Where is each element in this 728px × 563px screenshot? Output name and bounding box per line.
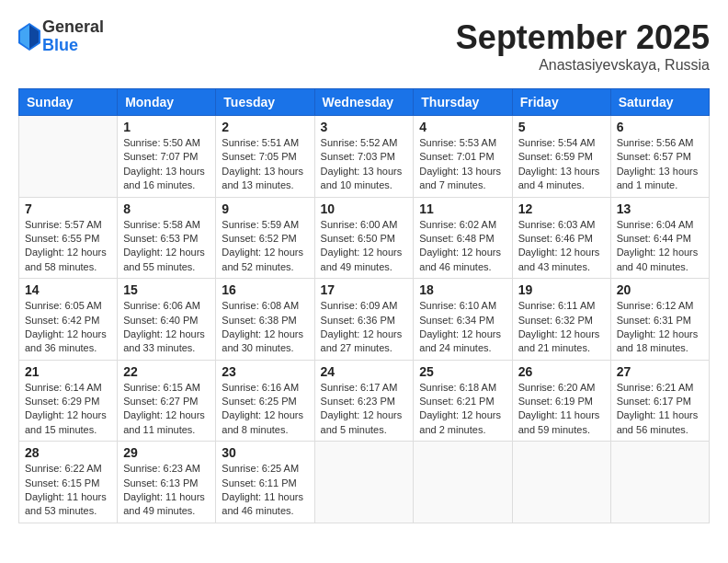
day-number: 3 — [321, 120, 408, 134]
day-number: 15 — [123, 282, 210, 297]
day-number: 20 — [617, 282, 703, 297]
title-section: September 2025 Anastasiyevskaya, Russia — [456, 18, 710, 74]
day-number: 5 — [518, 120, 605, 134]
page-header: General Blue September 2025 Anastasiyevs… — [18, 18, 710, 74]
day-info: Sunrise: 6:14 AMSunset: 6:29 PMDaylight:… — [25, 381, 111, 438]
calendar-cell: 2Sunrise: 5:51 AMSunset: 7:05 PMDaylight… — [216, 116, 314, 198]
day-number: 26 — [518, 364, 605, 379]
calendar-cell: 24Sunrise: 6:17 AMSunset: 6:23 PMDayligh… — [314, 360, 414, 442]
day-number: 28 — [25, 445, 111, 460]
day-info: Sunrise: 6:20 AMSunset: 6:19 PMDaylight:… — [518, 381, 605, 438]
calendar-week-3: 14Sunrise: 6:05 AMSunset: 6:42 PMDayligh… — [19, 279, 710, 361]
day-number: 10 — [321, 201, 408, 216]
calendar-cell — [414, 442, 512, 523]
calendar-cell: 1Sunrise: 5:50 AMSunset: 7:07 PMDaylight… — [118, 116, 216, 198]
calendar-cell: 4Sunrise: 5:53 AMSunset: 7:01 PMDaylight… — [414, 116, 512, 198]
day-number: 19 — [518, 282, 605, 297]
day-number: 21 — [25, 364, 111, 379]
calendar-cell: 27Sunrise: 6:21 AMSunset: 6:17 PMDayligh… — [610, 360, 709, 442]
day-number: 9 — [222, 201, 308, 216]
month-title: September 2025 — [456, 18, 710, 57]
day-number: 16 — [222, 282, 308, 297]
calendar-week-1: 1Sunrise: 5:50 AMSunset: 7:07 PMDaylight… — [19, 116, 710, 198]
day-number: 8 — [123, 201, 210, 216]
day-number: 24 — [321, 364, 408, 379]
calendar-cell: 19Sunrise: 6:11 AMSunset: 6:32 PMDayligh… — [512, 279, 610, 361]
calendar-cell: 28Sunrise: 6:22 AMSunset: 6:15 PMDayligh… — [19, 442, 118, 523]
day-number: 2 — [222, 120, 308, 134]
day-number: 22 — [123, 364, 210, 379]
calendar-cell: 11Sunrise: 6:02 AMSunset: 6:48 PMDayligh… — [414, 197, 512, 279]
header-tuesday: Tuesday — [216, 89, 314, 116]
day-info: Sunrise: 6:09 AMSunset: 6:36 PMDaylight:… — [321, 299, 408, 356]
calendar-cell — [610, 442, 709, 523]
day-info: Sunrise: 6:17 AMSunset: 6:23 PMDaylight:… — [321, 381, 408, 438]
day-info: Sunrise: 6:11 AMSunset: 6:32 PMDaylight:… — [518, 299, 605, 356]
logo-icon — [18, 23, 40, 51]
calendar-cell: 21Sunrise: 6:14 AMSunset: 6:29 PMDayligh… — [19, 360, 118, 442]
day-info: Sunrise: 6:15 AMSunset: 6:27 PMDaylight:… — [123, 381, 210, 438]
day-info: Sunrise: 5:59 AMSunset: 6:52 PMDaylight:… — [222, 218, 308, 275]
day-number: 1 — [123, 120, 210, 134]
calendar-table: Sunday Monday Tuesday Wednesday Thursday… — [18, 88, 710, 523]
day-info: Sunrise: 6:23 AMSunset: 6:13 PMDaylight:… — [123, 462, 210, 519]
calendar-cell: 29Sunrise: 6:23 AMSunset: 6:13 PMDayligh… — [118, 442, 216, 523]
logo-blue: Blue — [42, 37, 104, 55]
calendar-cell — [19, 116, 118, 198]
calendar-cell: 12Sunrise: 6:03 AMSunset: 6:46 PMDayligh… — [512, 197, 610, 279]
day-info: Sunrise: 6:03 AMSunset: 6:46 PMDaylight:… — [518, 218, 605, 275]
day-number: 23 — [222, 364, 308, 379]
calendar-week-5: 28Sunrise: 6:22 AMSunset: 6:15 PMDayligh… — [19, 442, 710, 523]
day-number: 29 — [123, 445, 210, 460]
calendar-cell: 13Sunrise: 6:04 AMSunset: 6:44 PMDayligh… — [610, 197, 709, 279]
day-info: Sunrise: 6:06 AMSunset: 6:40 PMDaylight:… — [123, 299, 210, 356]
calendar-cell: 16Sunrise: 6:08 AMSunset: 6:38 PMDayligh… — [216, 279, 314, 361]
day-info: Sunrise: 5:56 AMSunset: 6:57 PMDaylight:… — [617, 136, 703, 193]
logo: General Blue — [18, 18, 104, 55]
calendar-cell: 18Sunrise: 6:10 AMSunset: 6:34 PMDayligh… — [414, 279, 512, 361]
day-info: Sunrise: 5:50 AMSunset: 7:07 PMDaylight:… — [123, 136, 210, 193]
day-info: Sunrise: 6:04 AMSunset: 6:44 PMDaylight:… — [617, 218, 703, 275]
calendar-cell: 3Sunrise: 5:52 AMSunset: 7:03 PMDaylight… — [314, 116, 414, 198]
calendar-cell: 14Sunrise: 6:05 AMSunset: 6:42 PMDayligh… — [19, 279, 118, 361]
header-monday: Monday — [118, 89, 216, 116]
day-info: Sunrise: 6:25 AMSunset: 6:11 PMDaylight:… — [222, 462, 308, 519]
header-thursday: Thursday — [414, 89, 512, 116]
calendar-cell: 25Sunrise: 6:18 AMSunset: 6:21 PMDayligh… — [414, 360, 512, 442]
day-number: 11 — [419, 201, 506, 216]
calendar-week-4: 21Sunrise: 6:14 AMSunset: 6:29 PMDayligh… — [19, 360, 710, 442]
day-number: 18 — [419, 282, 506, 297]
calendar-cell: 15Sunrise: 6:06 AMSunset: 6:40 PMDayligh… — [118, 279, 216, 361]
day-info: Sunrise: 5:54 AMSunset: 6:59 PMDaylight:… — [518, 136, 605, 193]
day-number: 25 — [419, 364, 506, 379]
calendar-cell — [512, 442, 610, 523]
calendar-cell: 23Sunrise: 6:16 AMSunset: 6:25 PMDayligh… — [216, 360, 314, 442]
day-info: Sunrise: 5:51 AMSunset: 7:05 PMDaylight:… — [222, 136, 308, 193]
day-info: Sunrise: 5:58 AMSunset: 6:53 PMDaylight:… — [123, 218, 210, 275]
calendar-cell: 17Sunrise: 6:09 AMSunset: 6:36 PMDayligh… — [314, 279, 414, 361]
calendar-cell: 26Sunrise: 6:20 AMSunset: 6:19 PMDayligh… — [512, 360, 610, 442]
day-info: Sunrise: 6:16 AMSunset: 6:25 PMDaylight:… — [222, 381, 308, 438]
day-number: 4 — [419, 120, 506, 134]
logo-text: General Blue — [42, 18, 104, 55]
header-saturday: Saturday — [610, 89, 709, 116]
header-sunday: Sunday — [19, 89, 118, 116]
day-info: Sunrise: 6:21 AMSunset: 6:17 PMDaylight:… — [617, 381, 703, 438]
day-info: Sunrise: 6:12 AMSunset: 6:31 PMDaylight:… — [617, 299, 703, 356]
calendar-cell: 6Sunrise: 5:56 AMSunset: 6:57 PMDaylight… — [610, 116, 709, 198]
calendar-cell: 22Sunrise: 6:15 AMSunset: 6:27 PMDayligh… — [118, 360, 216, 442]
calendar-cell: 30Sunrise: 6:25 AMSunset: 6:11 PMDayligh… — [216, 442, 314, 523]
day-number: 30 — [222, 445, 308, 460]
calendar-header-row: Sunday Monday Tuesday Wednesday Thursday… — [19, 89, 710, 116]
day-info: Sunrise: 6:10 AMSunset: 6:34 PMDaylight:… — [419, 299, 506, 356]
calendar-cell: 9Sunrise: 5:59 AMSunset: 6:52 PMDaylight… — [216, 197, 314, 279]
day-number: 6 — [617, 120, 703, 134]
day-info: Sunrise: 5:57 AMSunset: 6:55 PMDaylight:… — [25, 218, 111, 275]
day-info: Sunrise: 6:18 AMSunset: 6:21 PMDaylight:… — [419, 381, 506, 438]
day-info: Sunrise: 5:52 AMSunset: 7:03 PMDaylight:… — [321, 136, 408, 193]
day-info: Sunrise: 6:00 AMSunset: 6:50 PMDaylight:… — [321, 218, 408, 275]
calendar-cell: 20Sunrise: 6:12 AMSunset: 6:31 PMDayligh… — [610, 279, 709, 361]
location-subtitle: Anastasiyevskaya, Russia — [456, 57, 710, 74]
header-wednesday: Wednesday — [314, 89, 414, 116]
header-friday: Friday — [512, 89, 610, 116]
